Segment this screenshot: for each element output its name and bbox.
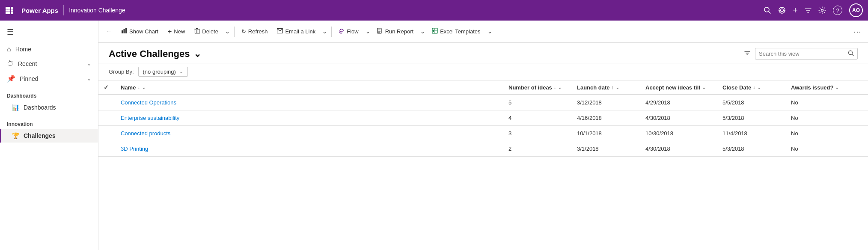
refresh-button[interactable]: ↻ Refresh [237, 26, 272, 37]
svg-rect-8 [11, 12, 13, 14]
flow-button[interactable]: Flow [334, 25, 363, 38]
sidebar-item-recent[interactable]: ⏱ Recent ⌄ [0, 57, 98, 71]
svg-rect-19 [124, 29, 125, 33]
row-ideas-1: 4 [503, 110, 572, 126]
sep2 [331, 27, 332, 37]
row-name-1[interactable]: Enterprise sustainability [116, 110, 503, 126]
home-icon: ⌂ [7, 45, 11, 53]
svg-rect-0 [6, 7, 8, 9]
app-grid-icon[interactable] [5, 6, 13, 14]
section-dashboards: Dashboards [0, 86, 98, 101]
row-awards-0: No [786, 95, 854, 110]
back-button[interactable]: ← [102, 26, 116, 37]
awards-caret: ⌄ [835, 85, 839, 90]
user-avatar[interactable]: AO [849, 3, 863, 17]
excel-templates-label: Excel Templates [440, 28, 480, 35]
sidebar-item-home[interactable]: ⌂ Home [0, 42, 98, 57]
search-icon[interactable] [848, 50, 854, 57]
help-icon[interactable]: ? [833, 6, 842, 15]
row-resize-0 [854, 95, 868, 110]
col-header-awards[interactable]: Awards issued? ⌄ [786, 80, 854, 95]
search-input[interactable] [759, 51, 848, 57]
col-header-close[interactable]: Close Date ↓ ⌄ [717, 80, 786, 95]
row-resize-3 [854, 141, 868, 157]
row-close-0: 5/5/2018 [717, 95, 786, 110]
toolbar: ← Show Chart + New [98, 21, 868, 43]
table-wrapper: ✓ Name ↓ ⌄ Number of ideas [98, 80, 868, 250]
row-checkbox-3[interactable] [98, 141, 116, 157]
svg-rect-22 [196, 28, 198, 29]
delete-dropdown[interactable]: ⌄ [223, 26, 232, 37]
target-icon[interactable] [778, 6, 786, 14]
svg-rect-6 [6, 12, 8, 14]
col-header-ideas[interactable]: Number of ideas ↓ ⌄ [503, 80, 572, 95]
more-options-button[interactable]: ⋯ [850, 24, 865, 39]
pinned-chevron: ⌄ [87, 76, 91, 82]
chart-icon [121, 28, 127, 35]
sidebar-dashboards-label: Dashboards [24, 104, 56, 111]
svg-point-12 [781, 9, 784, 12]
groupby-dropdown[interactable]: (no grouping) ⌄ [138, 67, 188, 77]
svg-rect-1 [8, 7, 10, 9]
delete-button[interactable]: Delete [190, 25, 223, 38]
col-header-launch[interactable]: Launch date ↑ ⌄ [572, 80, 640, 95]
row-ideas-3: 2 [503, 141, 572, 157]
select-all-checkbox[interactable]: ✓ [104, 84, 109, 91]
row-close-2: 11/4/2018 [717, 126, 786, 141]
ideas-caret: ⌄ [558, 85, 562, 90]
email-dropdown[interactable]: ⌄ [321, 26, 329, 37]
view-title-chevron: ⌄ [193, 48, 201, 60]
excel-dropdown[interactable]: ⌄ [486, 26, 494, 37]
row-name-3[interactable]: 3D Printing [116, 141, 503, 157]
view-title[interactable]: Active Challenges ⌄ [109, 48, 201, 60]
email-link-label: Email a Link [285, 28, 315, 35]
svg-rect-7 [8, 12, 10, 14]
email-link-button[interactable]: Email a Link [273, 26, 320, 37]
run-report-button[interactable]: Run Report [373, 25, 418, 38]
delete-icon [194, 28, 200, 35]
table-row: Connected Operations 5 3/12/2018 4/29/20… [98, 95, 868, 110]
search-box [755, 48, 858, 60]
row-name-0[interactable]: Connected Operations [116, 95, 503, 110]
gear-icon[interactable] [818, 6, 826, 14]
flow-dropdown[interactable]: ⌄ [364, 26, 372, 37]
row-accept-0: 4/29/2018 [640, 95, 717, 110]
show-chart-button[interactable]: Show Chart [117, 25, 163, 38]
col-header-name[interactable]: Name ↓ ⌄ [116, 80, 503, 95]
recent-chevron: ⌄ [87, 61, 91, 67]
row-checkbox-1[interactable] [98, 110, 116, 126]
filter-icon[interactable] [805, 7, 812, 14]
row-checkbox-0[interactable] [98, 95, 116, 110]
excel-templates-button[interactable]: Excel Templates [428, 25, 485, 38]
row-launch-3: 3/1/2018 [572, 141, 640, 157]
col-header-check[interactable]: ✓ [98, 80, 116, 95]
svg-rect-2 [11, 7, 13, 9]
table-row: 3D Printing 2 3/1/2018 4/30/2018 5/3/201… [98, 141, 868, 157]
col-awards-label: Awards issued? [791, 84, 833, 91]
row-resize-1 [854, 110, 868, 126]
sidebar-item-challenges[interactable]: 🏆 Challenges [0, 129, 98, 143]
page-title: Innovation Challenge [69, 7, 125, 14]
new-plus-icon: + [168, 28, 172, 36]
svg-rect-5 [11, 9, 13, 12]
row-ideas-2: 3 [503, 126, 572, 141]
row-name-2[interactable]: Connected products [116, 126, 503, 141]
pinned-icon: 📌 [7, 74, 15, 83]
row-checkbox-2[interactable] [98, 126, 116, 141]
col-header-accept[interactable]: Accept new ideas till ⌄ [640, 80, 717, 95]
new-button[interactable]: + New [163, 25, 189, 38]
refresh-icon: ↻ [241, 28, 246, 35]
content-area: ← Show Chart + New [98, 21, 868, 250]
sidebar-item-dashboards[interactable]: 📊 Dashboards [0, 101, 98, 114]
dashboards-icon: 📊 [12, 104, 19, 111]
topbar-icons: + ? AO [764, 3, 863, 17]
search-icon[interactable] [764, 6, 771, 14]
sidebar-item-pinned[interactable]: 📌 Pinned ⌄ [0, 71, 98, 86]
view-filter-icon[interactable] [744, 50, 751, 58]
run-report-dropdown[interactable]: ⌄ [419, 26, 427, 37]
launch-sort-icon: ↑ [612, 85, 614, 90]
hamburger-icon[interactable]: ☰ [0, 24, 98, 42]
col-close-label: Close Date [722, 84, 751, 91]
svg-rect-18 [122, 30, 123, 33]
plus-icon[interactable]: + [793, 6, 798, 15]
